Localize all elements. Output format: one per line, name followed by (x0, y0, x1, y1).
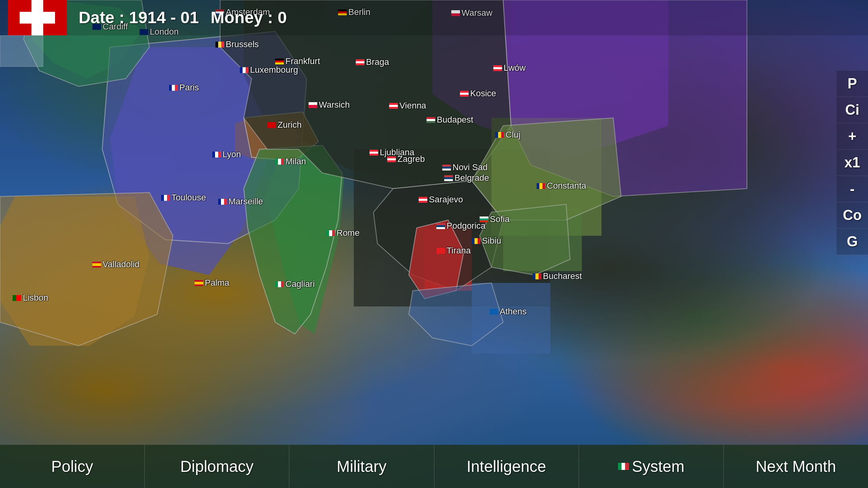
city-name: Sibiu (482, 236, 501, 246)
city-label[interactable]: Rome (326, 228, 360, 238)
city-name: Toulouse (171, 193, 206, 203)
city-label[interactable]: Cagliari (275, 279, 315, 289)
city-name: Sarajevo (429, 194, 463, 205)
nav-diplomacy-button[interactable]: Diplomacy (145, 445, 289, 488)
city-name: Athens (500, 306, 527, 317)
zoom-level-display: x1 (837, 150, 868, 176)
city-flag-icon (495, 132, 504, 138)
city-name: Braga (366, 57, 389, 67)
city-flag-icon (240, 67, 248, 73)
nav-label: Next Month (756, 458, 836, 475)
city-flag-icon (356, 59, 364, 65)
city-label[interactable]: Zurich (267, 120, 302, 130)
city-name: Vienna (399, 101, 426, 111)
nav-label: System (632, 458, 684, 475)
city-label[interactable]: Milan (275, 156, 306, 167)
nav-label: Intelligence (467, 458, 546, 475)
city-label[interactable]: Zagreb (387, 154, 425, 164)
city-label[interactable]: Sibiu (472, 236, 501, 246)
region-greece[interactable] (472, 283, 550, 354)
city-flag-icon (419, 197, 427, 203)
city-label[interactable]: Sarajevo (419, 194, 463, 205)
geography-shortcut-button[interactable]: G (837, 229, 868, 255)
city-flag-icon (92, 262, 101, 268)
city-label[interactable]: Marseille (218, 196, 263, 207)
city-label[interactable]: Lisbon (13, 293, 48, 303)
city-label[interactable]: Valladolid (92, 259, 140, 270)
city-flag-icon (537, 183, 545, 189)
city-label[interactable]: Braga (356, 57, 389, 67)
nav-label: Military (337, 458, 387, 475)
city-name: Rome (337, 228, 360, 238)
city-flag-icon (444, 175, 453, 181)
city-label[interactable]: Podgorica (436, 221, 485, 231)
city-name: Paris (179, 83, 199, 93)
city-label[interactable]: Cluj (495, 130, 520, 140)
date-display: Date : 1914 - 01 (79, 8, 199, 27)
city-name: Sofia (490, 214, 509, 224)
policy-shortcut-button[interactable]: P (837, 71, 868, 97)
city-label[interactable]: Warsich (309, 100, 350, 110)
city-flag-icon (275, 281, 284, 287)
city-name: Palma (205, 278, 229, 288)
nav-military-button[interactable]: Military (289, 445, 434, 488)
city-name: Belgrade (454, 173, 489, 183)
city-label[interactable]: Tirana (436, 246, 471, 256)
city-flag-icon (493, 65, 502, 71)
nav-label: Policy (51, 458, 93, 475)
city-label[interactable]: Budapest (427, 115, 473, 125)
zoom-out-button[interactable]: - (837, 176, 868, 202)
city-name: Novi Sad (452, 162, 487, 172)
city-name: Kosice (470, 88, 496, 99)
nav-system-button[interactable]: System (579, 445, 724, 488)
zoom-in-button[interactable]: + (837, 123, 868, 150)
money-display: Money : 0 (211, 8, 287, 27)
city-name: Warsich (319, 100, 350, 110)
city-label[interactable]: Paris (169, 83, 199, 93)
civilization-shortcut-button[interactable]: Ci (837, 97, 868, 123)
city-flag-icon (370, 150, 378, 156)
city-flag-icon (267, 122, 276, 128)
city-flag-icon (212, 152, 221, 158)
nav-intelligence-button[interactable]: Intelligence (434, 445, 579, 488)
city-label[interactable]: Lwów (493, 63, 526, 73)
region-bulgaria[interactable] (503, 208, 582, 271)
city-label[interactable]: Constanta (537, 181, 586, 191)
city-flag-icon (442, 165, 451, 171)
nav-policy-button[interactable]: Policy (0, 445, 145, 488)
city-label[interactable]: Brussels (215, 39, 259, 50)
city-name: Milan (285, 156, 306, 167)
nav-next-month-button[interactable]: Next Month (724, 445, 868, 488)
city-name: Marseille (228, 196, 263, 207)
nav-label: Diplomacy (180, 458, 254, 475)
city-name: Zurich (278, 120, 302, 130)
region-albania[interactable] (425, 228, 472, 291)
city-label[interactable]: Belgrade (444, 173, 489, 183)
city-name: Cagliari (285, 279, 315, 289)
city-flag-icon (436, 248, 445, 254)
city-label[interactable]: Kosice (460, 88, 496, 99)
city-name: Tirana (447, 246, 471, 256)
city-label[interactable]: Novi Sad (442, 162, 487, 172)
city-label[interactable]: Lyon (212, 149, 241, 160)
city-flag-icon (533, 273, 541, 279)
city-label[interactable]: Palma (195, 278, 229, 288)
flag-switzerland[interactable] (8, 0, 67, 35)
city-label[interactable]: Bucharest (533, 271, 582, 281)
city-flag-icon (215, 42, 224, 48)
city-label[interactable]: Athens (489, 306, 527, 317)
city-flag-icon (472, 238, 480, 244)
city-flag-icon (275, 159, 284, 165)
colonize-shortcut-button[interactable]: Co (837, 202, 868, 229)
city-label[interactable]: Toulouse (161, 193, 206, 203)
city-flag-icon (427, 117, 435, 123)
city-flag-icon (489, 309, 498, 315)
city-name: Valladolid (103, 259, 140, 270)
city-name: Lyon (223, 149, 241, 160)
city-name: Zagreb (397, 154, 425, 164)
city-name: Frankfurt (285, 56, 320, 66)
city-label[interactable]: Vienna (389, 101, 426, 111)
city-label[interactable]: Frankfurt (275, 56, 320, 66)
small-flag-box[interactable] (0, 35, 43, 67)
city-label[interactable]: Sofia (480, 214, 509, 224)
